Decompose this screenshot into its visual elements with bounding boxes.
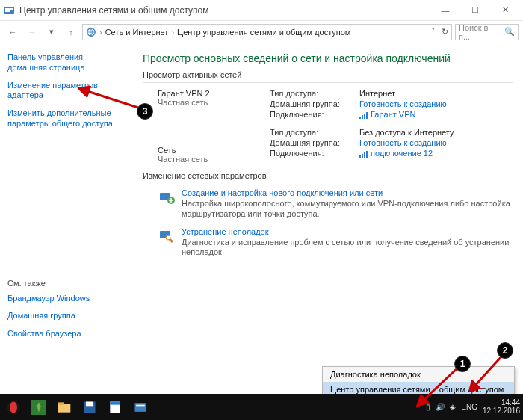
window-title: Центр управления сетями и общим доступом bbox=[19, 5, 430, 16]
taskbar-app-sheet[interactable] bbox=[105, 397, 126, 418]
maximize-button[interactable]: ☐ bbox=[460, 1, 490, 19]
svg-rect-14 bbox=[86, 401, 93, 406]
kv-value: Интернет bbox=[359, 89, 395, 98]
sidebar-see-also-label: См. также bbox=[7, 279, 131, 288]
svg-rect-17 bbox=[135, 403, 146, 412]
sidebar-link-control-panel-home[interactable]: Панель управления — домашняя страница bbox=[7, 52, 131, 73]
svg-point-9 bbox=[10, 401, 17, 413]
svg-rect-11 bbox=[58, 404, 71, 413]
new-connection-icon bbox=[158, 188, 176, 206]
kv-value: Без доступа к Интернету bbox=[359, 128, 454, 137]
network-kind: Частная сеть bbox=[158, 155, 262, 164]
task-troubleshoot[interactable]: Устранение неполадок Диагностика и испра… bbox=[158, 227, 513, 259]
minimize-button[interactable]: — bbox=[430, 1, 460, 19]
troubleshoot-icon bbox=[158, 227, 176, 245]
kv-key: Домашняя группа: bbox=[270, 99, 359, 108]
tray-date: 12.12.2016 bbox=[483, 407, 520, 416]
task-title[interactable]: Создание и настройка нового подключения … bbox=[182, 188, 513, 197]
svg-rect-16 bbox=[110, 401, 120, 404]
svg-rect-1 bbox=[5, 8, 13, 10]
signal-icon bbox=[359, 150, 368, 158]
tray-context-menu: Диагностика неполадок Центр управления с… bbox=[322, 366, 515, 398]
kv-key: Подключения: bbox=[270, 149, 359, 158]
system-tray: ˄ ▯ 🔊 ◈ ENG 14:44 12.12.2016 bbox=[417, 399, 520, 415]
main-content: Просмотр основных сведений о сети и наст… bbox=[138, 43, 523, 379]
connection-link[interactable]: Гарант VPN bbox=[359, 110, 415, 119]
homegroup-link[interactable]: Готовность к созданию bbox=[359, 99, 447, 108]
network-icon bbox=[86, 27, 96, 37]
breadcrumb-sep: › bbox=[171, 28, 174, 37]
connection-link[interactable]: подключение 12 bbox=[359, 149, 433, 158]
network-name: Гарант VPN 2 bbox=[158, 89, 262, 98]
sidebar-link-adapter-settings[interactable]: Изменение параметров адаптера bbox=[7, 81, 131, 102]
refresh-button[interactable]: ↻ bbox=[442, 27, 448, 37]
sidebar: Панель управления — домашняя страница Из… bbox=[0, 43, 138, 379]
annotation-badge-2: 2 bbox=[497, 342, 513, 359]
signal-icon bbox=[359, 111, 368, 119]
tray-time: 14:44 bbox=[483, 399, 520, 407]
network-kind: Частная сеть bbox=[158, 98, 262, 107]
nav-up-button[interactable]: ↑ bbox=[63, 24, 79, 40]
breadcrumb-sep: › bbox=[99, 28, 102, 37]
window-titlebar: Центр управления сетями и общим доступом… bbox=[0, 0, 523, 21]
taskbar-app-explorer[interactable] bbox=[54, 397, 75, 418]
tray-clock[interactable]: 14:44 12.12.2016 bbox=[483, 399, 520, 415]
svg-rect-18 bbox=[136, 404, 145, 406]
ctx-item-diagnose[interactable]: Диагностика неполадок bbox=[323, 367, 514, 382]
taskbar-app-save[interactable] bbox=[79, 397, 100, 418]
address-dropdown-icon[interactable]: ˅ bbox=[431, 27, 436, 37]
svg-rect-2 bbox=[5, 10, 10, 12]
annotation-badge-1: 1 bbox=[454, 356, 471, 372]
kv-key: Тип доступа: bbox=[270, 89, 359, 98]
svg-point-7 bbox=[166, 235, 170, 240]
network-block: Гарант VPN 2 Частная сеть Тип доступа:Ин… bbox=[143, 89, 513, 120]
breadcrumb-root[interactable]: Сеть и Интернет bbox=[105, 28, 169, 37]
homegroup-link[interactable]: Готовность к созданию bbox=[359, 138, 447, 147]
sidebar-link-advanced-sharing[interactable]: Изменить дополнительные параметры общего… bbox=[7, 108, 131, 129]
annotation-badge-3: 3 bbox=[137, 103, 153, 120]
search-icon: 🔍 bbox=[504, 27, 515, 37]
sidebar-link-homegroup[interactable]: Домашняя группа bbox=[7, 311, 131, 321]
network-block: Сеть Частная сеть Тип доступа:Без доступ… bbox=[143, 128, 513, 164]
sidebar-link-browser-props[interactable]: Свойства браузера bbox=[7, 329, 131, 339]
sidebar-link-firewall[interactable]: Брандмауэр Windows bbox=[7, 294, 131, 304]
address-bar[interactable]: › Сеть и Интернет › Центр управления сет… bbox=[82, 24, 452, 40]
search-input[interactable]: Поиск в п... 🔍 bbox=[455, 24, 519, 40]
change-settings-label: Изменение сетевых параметров bbox=[143, 171, 513, 180]
task-new-connection[interactable]: Создание и настройка нового подключения … bbox=[158, 188, 513, 220]
network-name: Сеть bbox=[158, 146, 262, 155]
svg-rect-12 bbox=[58, 402, 64, 404]
taskbar: ˄ ▯ 🔊 ◈ ENG 14:44 12.12.2016 bbox=[0, 394, 523, 420]
task-desc: Диагностика и исправление проблем с сеть… bbox=[182, 238, 513, 259]
task-desc: Настройка широкополосного, коммутируемог… bbox=[182, 199, 513, 220]
taskbar-app-opera[interactable] bbox=[3, 397, 24, 418]
page-heading: Просмотр основных сведений о сети и наст… bbox=[143, 52, 513, 64]
close-button[interactable]: ✕ bbox=[490, 1, 520, 19]
control-panel-icon bbox=[3, 4, 15, 16]
tray-chevron-up-icon[interactable]: ˄ bbox=[417, 403, 421, 411]
tray-language[interactable]: ENG bbox=[461, 403, 477, 411]
breadcrumb-current[interactable]: Центр управления сетями и общим доступом bbox=[177, 28, 350, 37]
taskbar-app-control-panel[interactable] bbox=[130, 397, 151, 418]
kv-key: Подключения: bbox=[270, 110, 359, 119]
nav-forward-button: → bbox=[24, 24, 40, 40]
taskbar-app-green[interactable] bbox=[28, 397, 49, 418]
tray-volume-icon[interactable]: 🔊 bbox=[436, 403, 445, 411]
nav-dropdown-icon[interactable]: ▾ bbox=[43, 24, 60, 40]
kv-key: Домашняя группа: bbox=[270, 138, 359, 147]
tray-battery-icon[interactable]: ▯ bbox=[426, 403, 430, 411]
nav-bar: ← → ▾ ↑ › Сеть и Интернет › Центр управл… bbox=[0, 21, 523, 43]
nav-back-button[interactable]: ← bbox=[4, 24, 21, 40]
tray-network-icon[interactable]: ◈ bbox=[450, 403, 456, 411]
search-placeholder: Поиск в п... bbox=[459, 23, 501, 41]
active-networks-label: Просмотр активных сетей bbox=[143, 70, 513, 79]
kv-key: Тип доступа: bbox=[270, 128, 359, 137]
task-title[interactable]: Устранение неполадок bbox=[182, 227, 513, 236]
